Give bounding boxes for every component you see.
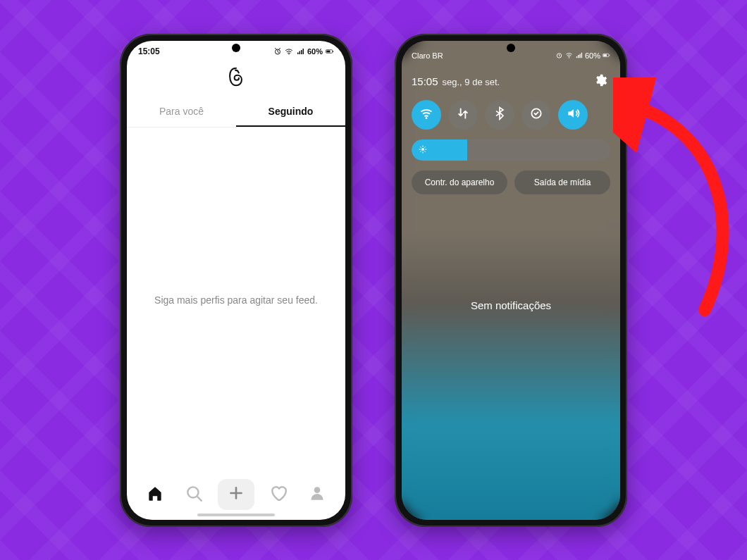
status-time: 15:05 (138, 46, 160, 56)
svg-rect-3 (326, 50, 330, 52)
phone-right: Claro BR 60% 15:05 seg., 9 de set. (395, 34, 627, 527)
app-header (127, 62, 345, 97)
quick-settings-row (412, 100, 610, 130)
nav-search[interactable] (178, 479, 209, 510)
phone-left: 15:05 60% Para você Seguindo S (120, 34, 352, 527)
sound-icon (566, 106, 580, 123)
status-battery-text: 60% (585, 51, 600, 60)
battery-icon (603, 51, 610, 59)
home-icon (146, 484, 164, 505)
alarm-icon (555, 51, 563, 59)
shade-chips: Contr. do aparelho Saída de mídia (412, 170, 610, 194)
brightness-slider[interactable] (412, 139, 610, 161)
shade-date: seg., 9 de set. (443, 77, 500, 87)
brightness-fill (412, 139, 467, 161)
profile-icon (308, 484, 326, 505)
empty-message: Siga mais perfis para agitar seu feed. (154, 294, 318, 306)
bluetooth-icon (493, 106, 507, 123)
svg-point-15 (426, 117, 428, 119)
svg-line-23 (425, 151, 426, 151)
wifi-icon (419, 106, 433, 123)
feed-empty-state: Siga mais perfis para agitar seu feed. (127, 127, 345, 473)
threads-logo-icon (226, 66, 247, 90)
svg-rect-4 (333, 51, 333, 52)
status-battery-text: 60% (307, 47, 323, 56)
sync-icon (529, 106, 543, 123)
svg-line-25 (425, 147, 426, 147)
chip-media-output[interactable]: Saída de mídia (514, 170, 610, 194)
no-notifications-text: Sem notificações (402, 299, 620, 311)
chip-device-control[interactable]: Contr. do aparelho (412, 170, 507, 194)
screen-threads: 15:05 60% Para você Seguindo S (127, 41, 345, 520)
qs-bluetooth[interactable] (485, 100, 514, 130)
heart-icon (269, 484, 288, 505)
svg-point-1 (288, 54, 289, 54)
shade-time: 15:05 (412, 75, 438, 87)
search-icon (185, 484, 203, 505)
plus-icon (227, 484, 245, 505)
svg-line-6 (198, 497, 202, 500)
sun-icon (419, 144, 427, 156)
svg-point-11 (569, 58, 569, 58)
signal-icon (296, 47, 304, 56)
nav-profile[interactable] (302, 479, 333, 510)
tab-for-you[interactable]: Para você (127, 97, 236, 127)
wifi-icon (565, 51, 573, 59)
qs-sound[interactable] (558, 100, 588, 130)
svg-point-17 (421, 148, 424, 151)
data-icon (456, 106, 470, 123)
status-right: 60% (555, 51, 610, 60)
nav-compose[interactable] (218, 479, 254, 510)
tab-following[interactable]: Seguindo (236, 97, 345, 127)
status-carrier: Claro BR (412, 51, 443, 60)
battery-icon (326, 47, 334, 56)
status-right: 60% (273, 47, 334, 56)
home-indicator[interactable] (197, 514, 275, 516)
settings-button[interactable] (591, 72, 610, 92)
signal-icon (575, 51, 583, 59)
svg-line-24 (421, 151, 421, 151)
qs-data[interactable] (448, 100, 478, 130)
nav-activity[interactable] (263, 479, 294, 510)
svg-point-5 (188, 487, 199, 497)
shade-datetime: 15:05 seg., 9 de set. (412, 75, 500, 87)
front-camera (232, 44, 240, 52)
svg-rect-13 (603, 54, 607, 56)
wifi-icon (285, 47, 293, 56)
qs-wifi[interactable] (412, 100, 441, 130)
gear-icon (593, 73, 607, 90)
qs-sync[interactable] (521, 100, 551, 130)
screen-notification-shade: Claro BR 60% 15:05 seg., 9 de set. (402, 41, 620, 520)
nav-home[interactable] (140, 479, 171, 510)
svg-line-22 (421, 147, 421, 147)
svg-rect-14 (609, 55, 610, 56)
front-camera (507, 44, 515, 52)
alarm-icon (273, 47, 282, 56)
shade-date-row: 15:05 seg., 9 de set. (412, 72, 610, 92)
feed-tabs: Para você Seguindo (127, 97, 345, 127)
svg-point-9 (314, 487, 321, 493)
